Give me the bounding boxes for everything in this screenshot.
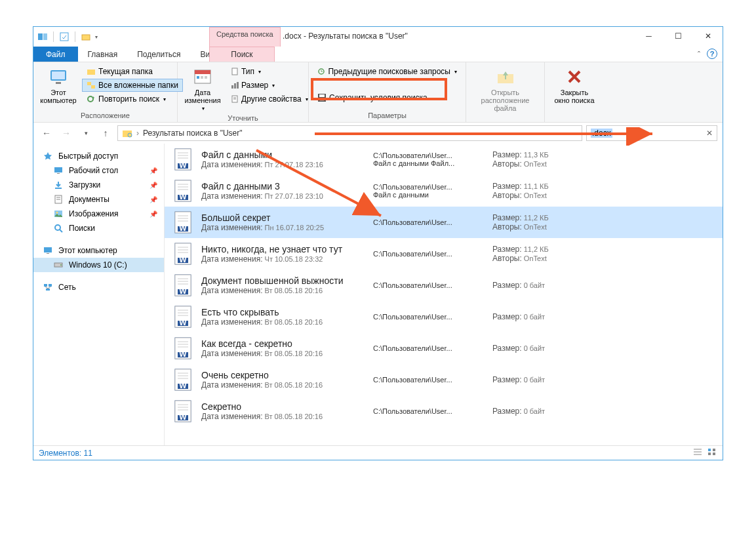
file-date: Дата изменения: Вт 08.05.18 20:16 xyxy=(201,412,365,421)
group-label-location: Расположение xyxy=(37,110,173,119)
svg-rect-13 xyxy=(197,76,199,79)
result-row[interactable]: WФайл с даннымиДата изменения: Пт 27.07.… xyxy=(165,144,723,175)
pin-icon: 📌 xyxy=(149,167,157,174)
svg-point-39 xyxy=(55,225,60,230)
svg-rect-41 xyxy=(44,247,52,252)
svg-text:W: W xyxy=(179,381,187,390)
save-search-button[interactable]: Сохранить условия поиска xyxy=(313,91,462,104)
svg-text:W: W xyxy=(179,192,187,201)
sidebar-documents[interactable]: Документы📌 xyxy=(33,192,164,207)
svg-rect-26 xyxy=(320,98,324,101)
result-row[interactable]: WКак всегда - секретноДата изменения: Вт… xyxy=(165,333,723,364)
date-modified-button[interactable]: Дата изменения▾ xyxy=(182,65,224,113)
svg-rect-5 xyxy=(52,71,65,79)
result-row[interactable]: WОчень секретноДата изменения: Вт 08.05.… xyxy=(165,364,723,395)
result-row[interactable]: WДокумент повышенной выжностиДата измене… xyxy=(165,270,723,301)
all-subfolders-button[interactable]: Все вложенные папки xyxy=(82,79,183,92)
tab-home[interactable]: Главная xyxy=(78,47,128,62)
context-tab-search-tools: Средства поиска xyxy=(209,27,281,47)
other-properties-button[interactable]: Другие свойства▾ xyxy=(226,92,313,106)
type-button[interactable]: Тип▾ xyxy=(226,65,313,78)
file-path: C:\Пользователи\User... xyxy=(373,344,485,352)
svg-rect-0 xyxy=(38,33,43,40)
sidebar-downloads[interactable]: Загрузки📌 xyxy=(33,178,164,192)
docx-icon: W xyxy=(172,304,193,330)
clear-search-icon[interactable]: ✕ xyxy=(706,129,713,138)
svg-point-44 xyxy=(60,264,62,266)
close-search-button[interactable]: Закрыть окно поиска xyxy=(549,65,600,119)
tab-share[interactable]: Поделиться xyxy=(127,47,190,62)
sidebar-pictures[interactable]: Изображения📌 xyxy=(33,207,164,221)
help-icon[interactable]: ? xyxy=(707,49,717,59)
svg-rect-15 xyxy=(205,76,207,79)
new-folder-icon[interactable] xyxy=(81,31,91,42)
collapse-ribbon-icon[interactable]: ˆ xyxy=(698,50,700,60)
svg-rect-17 xyxy=(231,85,233,89)
svg-text:W: W xyxy=(179,161,187,170)
breadcrumb[interactable]: Результаты поиска в "User" xyxy=(143,129,243,138)
result-row[interactable]: WНикто, никогда, не узнает что тутДата и… xyxy=(165,238,723,270)
group-label-options: Параметры xyxy=(313,110,462,119)
qat-dropdown-icon[interactable]: ▾ xyxy=(95,34,98,40)
file-date: Дата изменения: Чт 10.05.18 23:32 xyxy=(201,254,365,264)
sidebar-searches[interactable]: Поиски xyxy=(33,221,164,235)
file-path2: Файл с данными Файл... xyxy=(373,159,485,167)
file-path: C:\Пользователи\User... xyxy=(373,407,485,415)
svg-point-38 xyxy=(56,212,58,214)
window-title: .docx - Результаты поиска в "User" xyxy=(283,31,408,41)
details-view-icon[interactable] xyxy=(692,447,703,458)
tiles-view-icon[interactable] xyxy=(707,447,717,458)
svg-rect-120 xyxy=(713,453,715,455)
svg-rect-9 xyxy=(91,85,95,89)
file-path: C:\Пользователи\User... xyxy=(373,313,485,321)
docx-icon: W xyxy=(172,241,193,267)
svg-rect-47 xyxy=(46,289,50,291)
back-button[interactable]: ← xyxy=(39,125,54,141)
up-button[interactable]: ↑ xyxy=(98,125,113,141)
file-path: C:\Пользователи\User... xyxy=(373,151,485,159)
properties-icon[interactable] xyxy=(59,31,70,42)
sidebar-network[interactable]: Сеть xyxy=(33,280,164,294)
search-input[interactable]: .docx ✕ xyxy=(586,125,717,141)
file-size: Размер: 11,3 КБ xyxy=(492,150,591,159)
current-folder-button[interactable]: Текущая папка xyxy=(82,65,183,78)
tab-search[interactable]: Поиск xyxy=(209,47,275,62)
repeat-search-button[interactable]: Повторить поиск▾ xyxy=(82,92,183,106)
drive-icon xyxy=(53,260,64,270)
sidebar-drive-c[interactable]: Windows 10 (C:) xyxy=(33,258,164,272)
docx-icon: W xyxy=(172,335,193,361)
file-name: Секретно xyxy=(201,401,365,412)
forward-button[interactable]: → xyxy=(58,125,74,141)
calendar-icon xyxy=(192,66,213,87)
file-date: Дата изменения: Вт 08.05.18 20:16 xyxy=(201,380,365,390)
separator xyxy=(75,31,75,42)
file-date: Дата изменения: Вт 08.05.18 20:16 xyxy=(201,349,365,358)
sidebar-desktop[interactable]: Рабочий стол📌 xyxy=(33,163,164,178)
svg-rect-16 xyxy=(232,68,237,75)
docx-icon: W xyxy=(172,367,193,393)
explorer-icon xyxy=(37,31,48,42)
quick-access[interactable]: Быстрый доступ xyxy=(33,149,164,163)
result-row[interactable]: WБольшой секретДата изменения: Пн 16.07.… xyxy=(165,207,723,238)
folder-icon xyxy=(122,128,132,138)
svg-rect-117 xyxy=(708,449,711,451)
result-row[interactable]: WФайл с данными 3Дата изменения: Пт 27.0… xyxy=(165,175,723,207)
file-name: Файл с данными xyxy=(201,150,365,160)
recent-dropdown[interactable]: ▾ xyxy=(78,125,94,141)
address-row: ← → ▾ ↑ › Результаты поиска в "User" .do… xyxy=(33,123,723,144)
svg-text:W: W xyxy=(179,318,187,327)
minimize-button[interactable]: ─ xyxy=(634,27,664,45)
ribbon-tabs: Файл Главная Поделиться Вид Поиск ˆ ? xyxy=(33,47,723,62)
maximize-button[interactable]: ☐ xyxy=(664,27,693,45)
result-row[interactable]: WСекретноДата изменения: Вт 08.05.18 20:… xyxy=(165,395,723,427)
sidebar-this-pc[interactable]: Этот компьютер xyxy=(33,243,164,258)
file-name: Большой секрет xyxy=(201,212,365,223)
address-bar[interactable]: › Результаты поиска в "User" xyxy=(117,125,582,141)
recent-searches-button[interactable]: Предыдущие поисковые запросы▾ xyxy=(313,65,462,78)
close-button[interactable]: ✕ xyxy=(693,27,723,45)
size-button[interactable]: Размер▾ xyxy=(226,79,313,92)
docx-icon: W xyxy=(172,209,193,235)
result-row[interactable]: WЕсть что скрыватьДата изменения: Вт 08.… xyxy=(165,301,723,333)
tab-file[interactable]: Файл xyxy=(33,47,78,62)
this-pc-button[interactable]: Этот компьютер xyxy=(37,65,79,110)
